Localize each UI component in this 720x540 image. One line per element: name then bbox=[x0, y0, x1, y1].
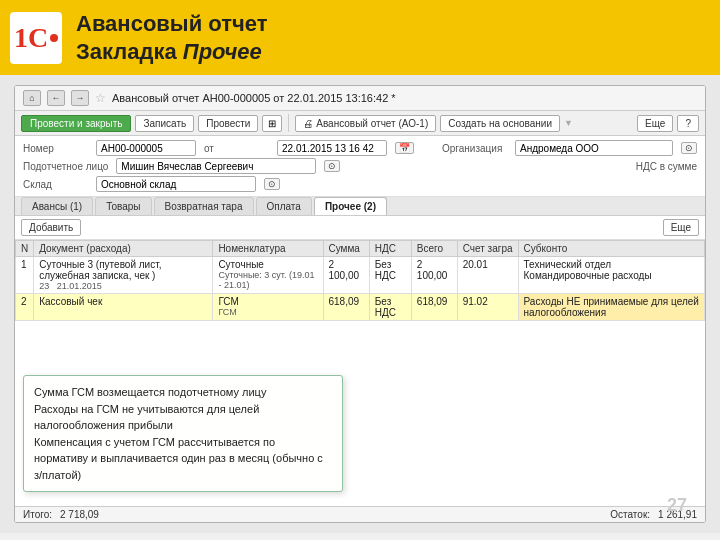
tab-avansy[interactable]: Авансы (1) bbox=[21, 197, 93, 215]
form-row-person: Подотчетное лицо ⊙ НДС в сумме bbox=[23, 158, 697, 174]
doc-footer: Итого: 2 718,09 Остаток: 1 261,91 bbox=[15, 506, 705, 522]
cell-schet: 91.02 bbox=[457, 294, 518, 321]
cell-nom: ГСМ ГСМ bbox=[213, 294, 323, 321]
cell-vsego: 618,09 bbox=[411, 294, 457, 321]
printer-icon: 🖨 bbox=[303, 118, 316, 129]
org-input[interactable] bbox=[515, 140, 673, 156]
doc-form: Номер от 📅 Организация ⊙ Подотчетное лиц… bbox=[15, 136, 705, 197]
dropdown-arrow[interactable]: ▼ bbox=[564, 118, 573, 128]
tooltip-line2: Расходы на ГСМ не учитываются для целей … bbox=[34, 401, 332, 434]
tooltip-line3: Компенсация с учетом ГСМ рассчитывается … bbox=[34, 434, 332, 484]
person-label: Подотчетное лицо bbox=[23, 161, 108, 172]
col-n: N bbox=[16, 241, 34, 257]
bookmark-icon[interactable]: ☆ bbox=[95, 91, 106, 105]
forward-btn[interactable]: → bbox=[71, 90, 89, 106]
col-subkonto: Субконто bbox=[518, 241, 704, 257]
tab-tara[interactable]: Возвратная тара bbox=[154, 197, 254, 215]
save-button[interactable]: Записать bbox=[135, 115, 194, 132]
cell-subkonto: Технический отдел Командировочные расход… bbox=[518, 257, 704, 294]
itogo-label: Итого: bbox=[23, 509, 52, 520]
tab-prochee[interactable]: Прочее (2) bbox=[314, 197, 387, 215]
cell-subkonto: Расходы НЕ принимаемые для целей налогоо… bbox=[518, 294, 704, 321]
help-button[interactable]: ? bbox=[677, 115, 699, 132]
home-btn[interactable]: ⌂ bbox=[23, 90, 41, 106]
tooltip-line1: Сумма ГСМ возмещается подотчетному лицу bbox=[34, 384, 332, 401]
date-input[interactable] bbox=[277, 140, 387, 156]
number-label: Номер bbox=[23, 143, 88, 154]
page-number: 27 bbox=[667, 495, 687, 516]
cell-n: 2 bbox=[16, 294, 34, 321]
post-close-button[interactable]: Провести и закрыть bbox=[21, 115, 131, 132]
cell-doc: Суточные 3 (путевой лист, служебная запи… bbox=[34, 257, 213, 294]
col-nds: НДС bbox=[369, 241, 411, 257]
tooltip-box: Сумма ГСМ возмещается подотчетному лицу … bbox=[23, 375, 343, 492]
number-input[interactable] bbox=[96, 140, 196, 156]
col-nom: Номенклатура bbox=[213, 241, 323, 257]
logo-circle bbox=[50, 34, 58, 42]
form-row-number: Номер от 📅 Организация ⊙ bbox=[23, 140, 697, 156]
more-button[interactable]: Еще bbox=[637, 115, 673, 132]
table-row[interactable]: 2 Кассовый чек ГСМ ГСМ 618,09 Без НДС 61… bbox=[16, 294, 705, 321]
col-summa: Сумма bbox=[323, 241, 369, 257]
doc-tabs: Авансы (1) Товары Возвратная тара Оплата… bbox=[15, 197, 705, 216]
cell-nds: Без НДС bbox=[369, 294, 411, 321]
create-base-button[interactable]: Создать на основании bbox=[440, 115, 560, 132]
cell-summa: 2 100,00 bbox=[323, 257, 369, 294]
cell-nds: Без НДС bbox=[369, 257, 411, 294]
table-row[interactable]: 1 Суточные 3 (путевой лист, служебная за… bbox=[16, 257, 705, 294]
main-content: ⌂ ← → ☆ Авансовый отчет АН00-000005 от 2… bbox=[0, 75, 720, 533]
back-btn[interactable]: ← bbox=[47, 90, 65, 106]
form-row-sklad: Склад ⊙ bbox=[23, 176, 697, 192]
date-lookup-btn[interactable]: 📅 bbox=[395, 142, 414, 154]
cell-n: 1 bbox=[16, 257, 34, 294]
from-label: от bbox=[204, 143, 269, 154]
extra-icon-btn[interactable]: ⊞ bbox=[262, 115, 282, 132]
doc-toolbar: Провести и закрыть Записать Провести ⊞ 🖨… bbox=[15, 111, 705, 136]
advance-report-button[interactable]: 🖨 Авансовый отчет (АО-1) bbox=[295, 115, 436, 132]
cell-nom: Суточные Суточные: 3 сут. (19.01 - 21.01… bbox=[213, 257, 323, 294]
page-title: Авансовый отчет Закладка Прочее bbox=[76, 10, 267, 65]
col-doc: Документ (расхода) bbox=[34, 241, 213, 257]
separator bbox=[288, 114, 289, 132]
table-toolbar: Добавить Еще bbox=[15, 216, 705, 240]
doc-title: Авансовый отчет АН00-000005 от 22.01.201… bbox=[112, 92, 396, 104]
sklad-input[interactable] bbox=[96, 176, 256, 192]
cell-vsego: 2 100,00 bbox=[411, 257, 457, 294]
sklad-label: Склад bbox=[23, 179, 88, 190]
nds-label: НДС в сумме bbox=[636, 161, 697, 172]
tab-tovary[interactable]: Товары bbox=[95, 197, 151, 215]
org-lookup-btn[interactable]: ⊙ bbox=[681, 142, 697, 154]
sklad-lookup-btn[interactable]: ⊙ bbox=[264, 178, 280, 190]
col-vsego: Всего bbox=[411, 241, 457, 257]
itogo-value: 2 718,09 bbox=[60, 509, 99, 520]
document-window: ⌂ ← → ☆ Авансовый отчет АН00-000005 от 2… bbox=[14, 85, 706, 523]
org-label: Организация bbox=[442, 143, 507, 154]
logo-text: 1С bbox=[14, 22, 48, 54]
person-input[interactable] bbox=[116, 158, 316, 174]
doc-titlebar: ⌂ ← → ☆ Авансовый отчет АН00-000005 от 2… bbox=[15, 86, 705, 111]
col-schet: Счет загра bbox=[457, 241, 518, 257]
ostatok-label: Остаток: bbox=[610, 509, 650, 520]
logo: 1С bbox=[10, 12, 62, 64]
doc-table: N Документ (расхода) Номенклатура Сумма … bbox=[15, 240, 705, 321]
cell-summa: 618,09 bbox=[323, 294, 369, 321]
add-button[interactable]: Добавить bbox=[21, 219, 81, 236]
cell-schet: 20.01 bbox=[457, 257, 518, 294]
tab-oplata[interactable]: Оплата bbox=[256, 197, 312, 215]
table-more-button[interactable]: Еще bbox=[663, 219, 699, 236]
cell-doc: Кассовый чек bbox=[34, 294, 213, 321]
page-header: 1С Авансовый отчет Закладка Прочее bbox=[0, 0, 720, 75]
person-lookup-btn[interactable]: ⊙ bbox=[324, 160, 340, 172]
post-button[interactable]: Провести bbox=[198, 115, 258, 132]
